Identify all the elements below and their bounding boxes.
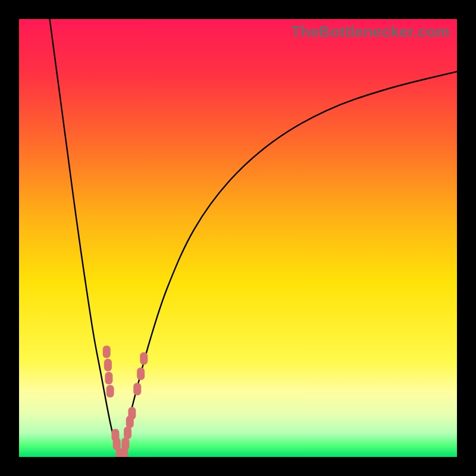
marker-cluster <box>103 346 148 457</box>
watermark-text: TheBottlenecker.com <box>291 23 450 41</box>
chart-frame: TheBottlenecker.com <box>0 0 476 476</box>
marker-dot <box>124 427 131 439</box>
curve-layer <box>19 19 457 457</box>
marker-dot <box>107 385 114 397</box>
marker-dot <box>133 383 141 395</box>
marker-dot <box>140 352 148 365</box>
marker-dot <box>103 346 111 358</box>
marker-dot <box>128 407 136 419</box>
curve-right-branch <box>120 71 457 457</box>
marker-dot <box>104 359 112 371</box>
marker-dot <box>121 437 129 450</box>
marker-dot <box>137 368 145 380</box>
marker-dot <box>105 372 112 384</box>
marker-dot <box>113 437 121 450</box>
plot-area: TheBottlenecker.com <box>19 19 457 457</box>
